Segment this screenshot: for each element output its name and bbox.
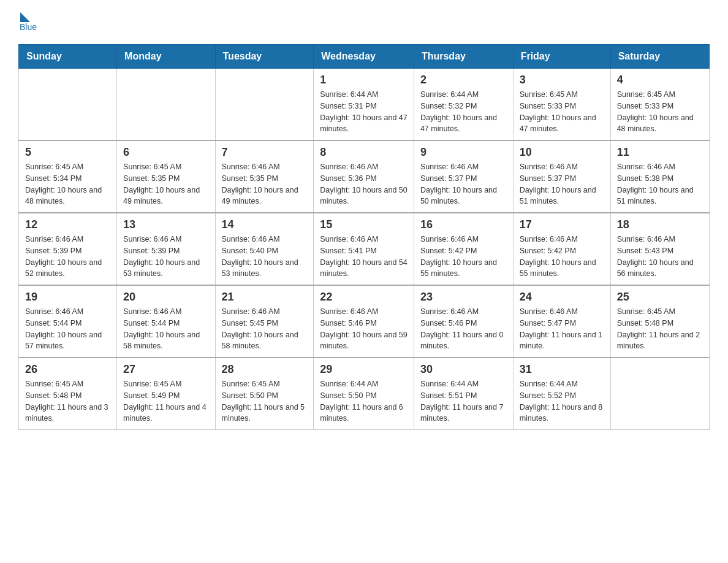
day-info: Sunrise: 6:46 AMSunset: 5:42 PMDaylight:…	[520, 234, 604, 280]
day-info: Sunrise: 6:46 AMSunset: 5:41 PMDaylight:…	[320, 234, 408, 280]
logo-subtitle: Blue	[20, 22, 37, 32]
page-header: Blue	[18, 12, 710, 32]
day-info: Sunrise: 6:45 AMSunset: 5:34 PMDaylight:…	[25, 161, 110, 207]
day-number: 25	[617, 291, 703, 304]
day-number: 6	[123, 146, 208, 159]
calendar-cell: 17Sunrise: 6:46 AMSunset: 5:42 PMDayligh…	[513, 213, 610, 285]
day-number: 2	[420, 74, 507, 86]
day-number: 30	[420, 363, 507, 376]
calendar-week-row: 12Sunrise: 6:46 AMSunset: 5:39 PMDayligh…	[19, 213, 710, 285]
calendar-header-row: SundayMondayTuesdayWednesdayThursdayFrid…	[19, 45, 710, 69]
calendar-cell: 26Sunrise: 6:45 AMSunset: 5:48 PMDayligh…	[19, 358, 117, 430]
day-number: 31	[520, 363, 604, 376]
day-number: 7	[222, 146, 308, 159]
day-info: Sunrise: 6:46 AMSunset: 5:44 PMDaylight:…	[25, 306, 110, 352]
calendar-week-row: 19Sunrise: 6:46 AMSunset: 5:44 PMDayligh…	[19, 285, 710, 358]
calendar-cell: 3Sunrise: 6:45 AMSunset: 5:33 PMDaylight…	[513, 69, 610, 141]
day-info: Sunrise: 6:46 AMSunset: 5:39 PMDaylight:…	[25, 234, 110, 280]
day-info: Sunrise: 6:45 AMSunset: 5:50 PMDaylight:…	[222, 378, 308, 424]
day-info: Sunrise: 6:46 AMSunset: 5:46 PMDaylight:…	[320, 306, 408, 352]
calendar-cell: 10Sunrise: 6:46 AMSunset: 5:37 PMDayligh…	[513, 140, 610, 213]
day-info: Sunrise: 6:44 AMSunset: 5:31 PMDaylight:…	[320, 89, 408, 135]
calendar-cell: 8Sunrise: 6:46 AMSunset: 5:36 PMDaylight…	[314, 140, 414, 213]
calendar-cell: 25Sunrise: 6:45 AMSunset: 5:48 PMDayligh…	[610, 285, 709, 358]
day-number: 15	[320, 218, 408, 231]
calendar-week-row: 26Sunrise: 6:45 AMSunset: 5:48 PMDayligh…	[19, 358, 710, 430]
calendar-cell: 28Sunrise: 6:45 AMSunset: 5:50 PMDayligh…	[215, 358, 314, 430]
calendar-cell	[117, 69, 215, 141]
day-number: 14	[222, 218, 308, 231]
calendar-cell: 27Sunrise: 6:45 AMSunset: 5:49 PMDayligh…	[117, 358, 215, 430]
day-number: 4	[617, 74, 703, 86]
day-info: Sunrise: 6:46 AMSunset: 5:37 PMDaylight:…	[520, 161, 604, 207]
day-info: Sunrise: 6:45 AMSunset: 5:33 PMDaylight:…	[617, 89, 703, 135]
calendar-cell: 30Sunrise: 6:44 AMSunset: 5:51 PMDayligh…	[414, 358, 513, 430]
day-info: Sunrise: 6:45 AMSunset: 5:48 PMDaylight:…	[25, 378, 110, 424]
day-info: Sunrise: 6:46 AMSunset: 5:45 PMDaylight:…	[222, 306, 308, 352]
day-info: Sunrise: 6:46 AMSunset: 5:36 PMDaylight:…	[320, 161, 408, 207]
day-number: 26	[25, 363, 110, 376]
day-number: 13	[123, 218, 208, 231]
day-number: 1	[320, 74, 408, 86]
day-info: Sunrise: 6:46 AMSunset: 5:47 PMDaylight:…	[520, 306, 604, 352]
calendar-cell: 21Sunrise: 6:46 AMSunset: 5:45 PMDayligh…	[215, 285, 314, 358]
calendar-cell	[19, 69, 117, 141]
calendar-header-sunday: Sunday	[19, 45, 117, 69]
day-number: 23	[420, 291, 507, 304]
calendar-cell: 7Sunrise: 6:46 AMSunset: 5:35 PMDaylight…	[215, 140, 314, 213]
calendar-cell: 19Sunrise: 6:46 AMSunset: 5:44 PMDayligh…	[19, 285, 117, 358]
day-number: 17	[520, 218, 604, 231]
logo-triangle-icon	[20, 12, 30, 22]
day-number: 10	[520, 146, 604, 159]
calendar-week-row: 1Sunrise: 6:44 AMSunset: 5:31 PMDaylight…	[19, 69, 710, 141]
calendar-cell: 29Sunrise: 6:44 AMSunset: 5:50 PMDayligh…	[314, 358, 414, 430]
day-number: 12	[25, 218, 110, 231]
day-info: Sunrise: 6:46 AMSunset: 5:37 PMDaylight:…	[420, 161, 507, 207]
day-number: 18	[617, 218, 703, 231]
calendar-header-saturday: Saturday	[610, 45, 709, 69]
day-info: Sunrise: 6:44 AMSunset: 5:51 PMDaylight:…	[420, 378, 507, 424]
day-info: Sunrise: 6:46 AMSunset: 5:35 PMDaylight:…	[222, 161, 308, 207]
day-info: Sunrise: 6:44 AMSunset: 5:32 PMDaylight:…	[420, 89, 507, 135]
calendar-cell: 18Sunrise: 6:46 AMSunset: 5:43 PMDayligh…	[610, 213, 709, 285]
day-info: Sunrise: 6:45 AMSunset: 5:33 PMDaylight:…	[520, 89, 604, 135]
day-info: Sunrise: 6:44 AMSunset: 5:50 PMDaylight:…	[320, 378, 408, 424]
calendar-cell: 24Sunrise: 6:46 AMSunset: 5:47 PMDayligh…	[513, 285, 610, 358]
day-number: 24	[520, 291, 604, 304]
day-info: Sunrise: 6:44 AMSunset: 5:52 PMDaylight:…	[520, 378, 604, 424]
day-number: 22	[320, 291, 408, 304]
day-number: 29	[320, 363, 408, 376]
day-number: 21	[222, 291, 308, 304]
calendar-cell: 23Sunrise: 6:46 AMSunset: 5:46 PMDayligh…	[414, 285, 513, 358]
calendar-header-tuesday: Tuesday	[215, 45, 314, 69]
day-info: Sunrise: 6:46 AMSunset: 5:38 PMDaylight:…	[617, 161, 703, 207]
day-number: 16	[420, 218, 507, 231]
calendar-cell: 31Sunrise: 6:44 AMSunset: 5:52 PMDayligh…	[513, 358, 610, 430]
calendar-cell: 13Sunrise: 6:46 AMSunset: 5:39 PMDayligh…	[117, 213, 215, 285]
day-info: Sunrise: 6:46 AMSunset: 5:42 PMDaylight:…	[420, 234, 507, 280]
day-number: 27	[123, 363, 208, 376]
calendar-cell: 20Sunrise: 6:46 AMSunset: 5:44 PMDayligh…	[117, 285, 215, 358]
calendar-table: SundayMondayTuesdayWednesdayThursdayFrid…	[18, 44, 710, 430]
logo: Blue	[18, 12, 37, 32]
day-number: 9	[420, 146, 507, 159]
calendar-cell: 6Sunrise: 6:45 AMSunset: 5:35 PMDaylight…	[117, 140, 215, 213]
calendar-cell	[215, 69, 314, 141]
calendar-cell: 11Sunrise: 6:46 AMSunset: 5:38 PMDayligh…	[610, 140, 709, 213]
day-info: Sunrise: 6:46 AMSunset: 5:39 PMDaylight:…	[123, 234, 208, 280]
day-number: 11	[617, 146, 703, 159]
calendar-cell: 4Sunrise: 6:45 AMSunset: 5:33 PMDaylight…	[610, 69, 709, 141]
day-number: 19	[25, 291, 110, 304]
day-number: 8	[320, 146, 408, 159]
day-info: Sunrise: 6:46 AMSunset: 5:46 PMDaylight:…	[420, 306, 507, 352]
calendar-header-friday: Friday	[513, 45, 610, 69]
calendar-cell: 5Sunrise: 6:45 AMSunset: 5:34 PMDaylight…	[19, 140, 117, 213]
day-info: Sunrise: 6:46 AMSunset: 5:43 PMDaylight:…	[617, 234, 703, 280]
day-number: 3	[520, 74, 604, 86]
calendar-cell: 2Sunrise: 6:44 AMSunset: 5:32 PMDaylight…	[414, 69, 513, 141]
calendar-cell: 14Sunrise: 6:46 AMSunset: 5:40 PMDayligh…	[215, 213, 314, 285]
day-info: Sunrise: 6:45 AMSunset: 5:48 PMDaylight:…	[617, 306, 703, 352]
day-number: 20	[123, 291, 208, 304]
calendar-header-monday: Monday	[117, 45, 215, 69]
day-info: Sunrise: 6:46 AMSunset: 5:44 PMDaylight:…	[123, 306, 208, 352]
